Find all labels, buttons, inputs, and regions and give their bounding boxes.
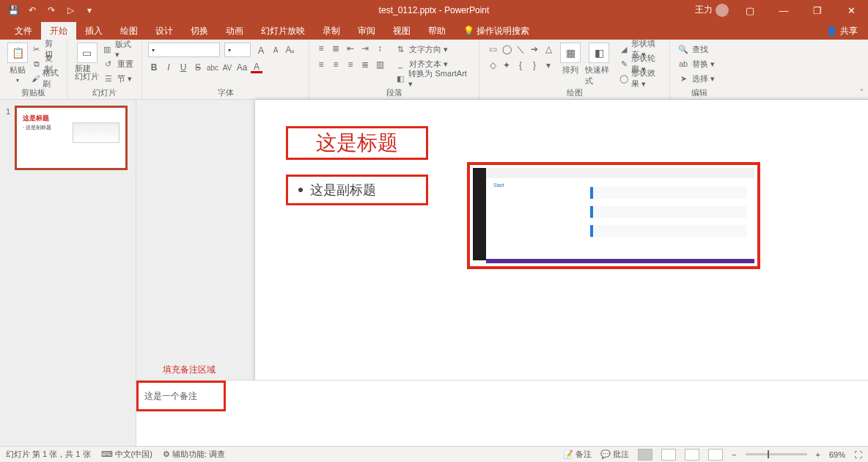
tab-draw[interactable]: 绘图: [111, 22, 147, 40]
layout-button[interactable]: ▥版式 ▾: [101, 43, 136, 56]
slideshow-icon[interactable]: ▷: [65, 4, 76, 16]
undo-icon[interactable]: ↶: [26, 4, 38, 16]
tab-file[interactable]: 文件: [6, 22, 41, 40]
change-case-icon[interactable]: Aa: [236, 62, 248, 73]
grow-font-icon[interactable]: A: [255, 44, 267, 56]
collapse-ribbon-icon[interactable]: ˄: [860, 88, 864, 96]
group-slides: ▭ 新建 幻灯片 ▥版式 ▾ ↺重置 ☰节 ▾ 幻灯片: [67, 40, 142, 99]
ribbon-options-icon[interactable]: ▢: [738, 2, 762, 18]
notes-text[interactable]: 这是一个备注: [136, 381, 226, 411]
user-name[interactable]: 王力: [695, 4, 729, 17]
zoom-out-icon[interactable]: −: [732, 450, 736, 459]
title-placeholder[interactable]: 这是标题: [286, 126, 428, 160]
slideshow-view-icon[interactable]: [708, 449, 723, 461]
minimize-icon[interactable]: —: [771, 2, 796, 18]
bullets-icon[interactable]: ≡: [315, 43, 327, 54]
shape-brace-icon[interactable]: {: [515, 59, 526, 71]
bold-icon[interactable]: B: [148, 62, 160, 73]
reset-button[interactable]: ↺重置: [101, 57, 136, 70]
quick-styles-button[interactable]: ◧ 快速样式: [585, 43, 614, 87]
align-right-icon[interactable]: ≡: [345, 59, 356, 70]
inc-indent-icon[interactable]: ⇥: [359, 43, 371, 54]
tab-view[interactable]: 视图: [384, 22, 419, 40]
format-painter-button[interactable]: 🖌格式刷: [30, 72, 61, 85]
dec-indent-icon[interactable]: ⇤: [345, 43, 356, 54]
select-button[interactable]: ➤选择 ▾: [676, 72, 716, 85]
underline-icon[interactable]: U: [177, 62, 189, 73]
shape-arrow-icon[interactable]: ➔: [529, 43, 540, 55]
redo-icon[interactable]: ↷: [45, 4, 57, 16]
tab-review[interactable]: 审阅: [349, 22, 384, 40]
group-label: 字体: [148, 87, 303, 98]
tab-design[interactable]: 设计: [147, 22, 182, 40]
save-icon[interactable]: 💾: [7, 4, 19, 16]
text-direction-button[interactable]: ⇅文字方向 ▾: [393, 43, 473, 56]
qat-more-icon[interactable]: ▾: [84, 4, 95, 16]
char-space-icon[interactable]: AV: [221, 62, 233, 73]
numbering-icon[interactable]: ≣: [330, 43, 342, 54]
clear-format-icon[interactable]: Aₐ: [284, 44, 296, 56]
italic-icon[interactable]: I: [163, 62, 174, 73]
align-center-icon[interactable]: ≡: [330, 59, 342, 70]
valign-icon: ⎯: [394, 58, 406, 70]
zoom-value[interactable]: 69%: [829, 450, 845, 459]
shape-circle-icon[interactable]: ◯: [501, 43, 512, 55]
tell-me[interactable]: 💡 操作说明搜索: [455, 22, 538, 40]
shape-brace2-icon[interactable]: }: [529, 59, 540, 71]
subtitle-placeholder[interactable]: 这是副标题: [286, 175, 428, 205]
shape-tri-icon[interactable]: △: [542, 43, 554, 55]
zoom-in-icon[interactable]: +: [816, 450, 820, 459]
reading-view-icon[interactable]: [685, 449, 699, 461]
linespacing-icon[interactable]: ↕: [374, 43, 386, 54]
slide-count: 幻灯片 第 1 张，共 1 张: [6, 449, 91, 460]
tab-record[interactable]: 录制: [314, 22, 349, 40]
notes-button[interactable]: 📝 备注: [563, 449, 592, 460]
strike-icon[interactable]: S: [192, 62, 204, 73]
arrange-button[interactable]: ▦ 排列: [560, 43, 581, 76]
shape-callout-icon[interactable]: ✦: [501, 59, 512, 71]
shape-rect-icon[interactable]: ▭: [487, 43, 499, 55]
shapes-more-icon[interactable]: ▾: [542, 59, 554, 71]
share-button[interactable]: 👤共享: [826, 22, 868, 40]
language-button[interactable]: ⌨ 中文(中国): [101, 449, 152, 460]
zoom-slider[interactable]: [746, 453, 807, 455]
comments-button[interactable]: 💬 批注: [600, 449, 629, 460]
close-icon[interactable]: ✕: [839, 2, 864, 18]
restore-icon[interactable]: ❐: [805, 2, 830, 18]
shape-line-icon[interactable]: ＼: [515, 43, 526, 55]
thumb-slide-1[interactable]: 这是标题 · 这是副标题: [16, 107, 126, 169]
inserted-image[interactable]: Start: [467, 162, 760, 269]
replace-button[interactable]: ab替换 ▾: [676, 57, 716, 70]
section-icon: ☰: [103, 73, 114, 84]
tab-insert[interactable]: 插入: [76, 22, 111, 40]
tab-transitions[interactable]: 切换: [182, 22, 217, 40]
justify-icon[interactable]: ≣: [359, 59, 371, 70]
tab-animations[interactable]: 动画: [217, 22, 252, 40]
find-button[interactable]: 🔍查找: [676, 43, 716, 56]
font-color-icon[interactable]: A: [251, 62, 262, 73]
paste-button[interactable]: 📋 粘贴▾: [6, 43, 30, 84]
sorter-view-icon[interactable]: [661, 449, 676, 461]
font-size-select[interactable]: ▾: [224, 43, 251, 57]
font-family-select[interactable]: ▾: [148, 43, 220, 57]
document-title: test_0112.pptx - PowerPoint: [379, 5, 490, 15]
fit-window-icon[interactable]: ⛶: [854, 450, 862, 459]
shapes-gallery[interactable]: ▭ ◯ ＼ ➔ △ ◇ ✦ { } ▾: [485, 43, 556, 72]
shape-effects-button[interactable]: ◯形状效果 ▾: [618, 72, 663, 85]
tab-help[interactable]: 帮助: [419, 22, 455, 40]
tab-slideshow[interactable]: 幻灯片放映: [252, 22, 314, 40]
quick-access-toolbar: 💾 ↶ ↷ ▷ ▾: [0, 4, 95, 16]
normal-view-icon[interactable]: [638, 449, 652, 461]
section-button[interactable]: ☰节 ▾: [101, 72, 136, 85]
slide-editor[interactable]: 填充母版的的两个段落区域，格式和母版一样 填充母版的的两个段落区域，格式和母版一…: [136, 100, 868, 446]
smartart-button[interactable]: ◧转换为 SmartArt ▾: [393, 72, 473, 85]
shrink-font-icon[interactable]: A: [270, 44, 282, 56]
notes-pane[interactable]: 这是一个备注: [136, 380, 868, 446]
columns-icon[interactable]: ▥: [374, 59, 386, 70]
shape-diamond-icon[interactable]: ◇: [487, 59, 499, 71]
shadow-icon[interactable]: abc: [207, 62, 218, 73]
new-slide-button[interactable]: ▭ 新建 幻灯片: [73, 43, 101, 81]
accessibility-button[interactable]: ⚙ 辅助功能: 调查: [163, 449, 225, 460]
tab-home[interactable]: 开始: [41, 22, 76, 40]
align-left-icon[interactable]: ≡: [315, 59, 327, 70]
